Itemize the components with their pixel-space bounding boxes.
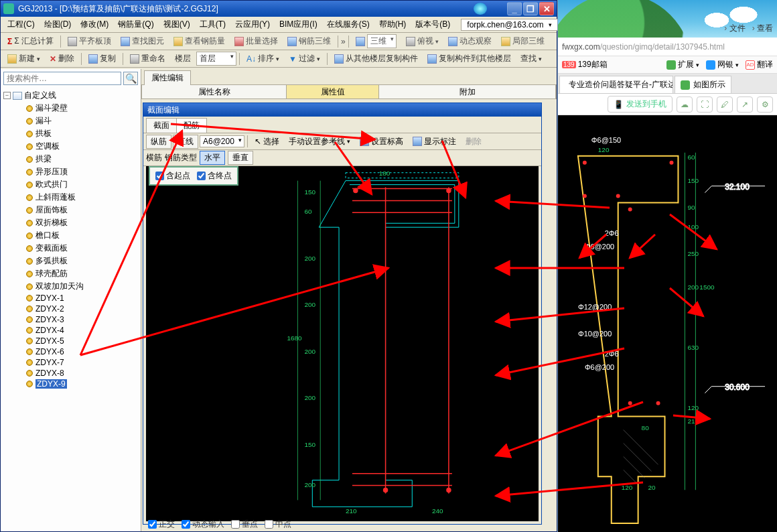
tree-item-4[interactable]: 拱梁 <box>3 153 141 165</box>
dyn-view-button[interactable]: 动态观察 <box>444 35 496 48</box>
filter-button[interactable]: ▼过滤 <box>285 52 324 65</box>
find-element-button[interactable]: 查找图元 <box>117 35 168 48</box>
status-mid[interactable]: 中点 <box>265 519 291 530</box>
tree-item-0[interactable]: 漏斗梁壁 <box>3 102 141 115</box>
tree-item-1[interactable]: 漏斗 <box>3 115 141 127</box>
cloud-save-button[interactable]: ☁ <box>677 96 693 113</box>
tree-item-21[interactable]: ZDYX-7 <box>3 357 141 368</box>
tree-item-5[interactable]: 异形压顶 <box>3 165 141 178</box>
menu-rebar[interactable]: 钢筋量(Q) <box>114 17 157 31</box>
new-button[interactable]: 新建 <box>3 52 44 65</box>
tab-section[interactable]: 截面 <box>146 118 177 133</box>
chk-include-end[interactable]: 含终点 <box>197 170 232 182</box>
rebar-spec-dropdown[interactable]: A6@200 <box>200 135 244 147</box>
component-tree[interactable]: − 自定义线 漏斗梁壁漏斗拱板空调板拱梁异形压顶欧式拱门上斜雨蓬板屋面饰板双折梯… <box>1 88 141 530</box>
menu-view[interactable]: 视图(V) <box>159 17 194 31</box>
tree-root[interactable]: − 自定义线 <box>3 89 141 102</box>
menu-draw[interactable]: 绘图(D) <box>40 17 76 31</box>
tree-item-19[interactable]: ZDYX-5 <box>3 336 141 346</box>
view-rebar-qty-button[interactable]: 查看钢筋量 <box>169 35 229 48</box>
tree-item-10[interactable]: 檐口板 <box>3 229 141 242</box>
horiz-button[interactable]: 水平 <box>200 151 225 165</box>
rebar-3d-button[interactable]: 钢筋三维 <box>283 35 335 48</box>
menu-help[interactable]: 帮助(H) <box>375 17 411 31</box>
floor-dropdown[interactable]: 首层 <box>196 52 236 66</box>
menu-project[interactable]: 工程(C) <box>3 17 39 31</box>
show-elev-button[interactable]: 显示标注 <box>409 135 460 148</box>
section-canvas[interactable]: 150 60 200 200 200 200 150 200 1680 210 … <box>146 166 539 521</box>
menu-online[interactable]: 在线服务(S) <box>323 17 374 31</box>
tree-item-23[interactable]: ZDYX-9 <box>3 379 141 389</box>
view-3d-button[interactable]: 三维 <box>352 34 401 49</box>
send-to-phone-button[interactable]: 📱 发送到手机 <box>608 96 673 113</box>
tree-item-15[interactable]: ZDYX-1 <box>3 293 141 304</box>
tree-search-input[interactable] <box>3 72 121 85</box>
delete-button[interactable]: ✕删除 <box>46 52 78 65</box>
chk-include-start[interactable]: 含起点 <box>155 170 190 182</box>
pick-button[interactable]: ↖选择 <box>251 135 283 148</box>
tree-search-button[interactable]: 🔍 <box>123 72 138 85</box>
browser-tab-0[interactable]: 专业造价问题答疑平台-广联达! × <box>559 76 673 93</box>
tree-item-7[interactable]: 上斜雨蓬板 <box>3 191 141 204</box>
tab-property-edit[interactable]: 属性编辑 <box>144 70 191 85</box>
menu-edit[interactable]: 修改(M) <box>76 17 113 31</box>
browser-menu-view[interactable]: 查看 <box>752 23 773 34</box>
vbar-button[interactable]: 纵筋 <box>146 135 171 149</box>
sec-delete-button[interactable]: 删除 <box>462 135 486 148</box>
maximize-button[interactable]: ❐ <box>523 2 538 15</box>
rename-button[interactable]: 重命名 <box>126 52 169 65</box>
tree-item-16[interactable]: ZDYX-2 <box>3 304 141 314</box>
tree-item-2[interactable]: 拱板 <box>3 127 141 140</box>
set-elev-button[interactable]: 设置标高 <box>356 135 407 148</box>
tree-item-14[interactable]: 双坡加加天沟 <box>3 280 141 293</box>
browser-menu-file[interactable]: 文件 <box>724 23 745 34</box>
search-button[interactable]: 查找 <box>516 52 546 65</box>
status-dyn[interactable]: 动态输入 <box>182 519 224 530</box>
close-button[interactable]: ✕ <box>539 2 554 15</box>
status-ortho[interactable]: 正交 <box>148 519 175 530</box>
settings-button[interactable]: ⚙ <box>757 96 773 113</box>
local-3d-button[interactable]: 局部三维 <box>497 35 549 48</box>
tree-item-18[interactable]: ZDYX-4 <box>3 325 141 336</box>
collapse-icon[interactable]: − <box>3 92 11 99</box>
tab-rebar[interactable]: 配筋 <box>176 118 207 133</box>
bank-button[interactable]: 网银 ▾ <box>706 59 739 70</box>
adblock-button[interactable]: AD翻译 <box>746 59 773 70</box>
refline-button[interactable]: 手动设置参考线 <box>285 135 354 148</box>
tree-item-20[interactable]: ZDYX-6 <box>3 346 141 357</box>
tree-item-22[interactable]: ZDYX-8 <box>3 368 141 379</box>
browser-tab-1[interactable]: 如图所示 <box>675 76 731 93</box>
copy-from-floor-button[interactable]: 从其他楼层复制构件 <box>330 52 422 65</box>
tree-item-8[interactable]: 屋面饰板 <box>3 204 141 216</box>
cloud-sync-icon[interactable] <box>474 3 487 15</box>
vert-button[interactable]: 垂直 <box>228 151 253 165</box>
tree-item-11[interactable]: 变截面板 <box>3 242 141 255</box>
tree-item-3[interactable]: 空调板 <box>3 140 141 153</box>
tree-item-12[interactable]: 多弧拱板 <box>3 255 141 267</box>
top-view-button[interactable]: 俯视 <box>402 35 443 48</box>
tree-item-9[interactable]: 双折梯板 <box>3 216 141 229</box>
sum-button[interactable]: ΣΣ 汇总计算 <box>3 35 58 48</box>
fullscreen-button[interactable]: ⛶ <box>697 96 713 113</box>
status-vert[interactable]: 垂点 <box>231 519 258 530</box>
address-bar[interactable]: fwxgx.com/question/gimq/detail/1307945.h… <box>558 38 777 56</box>
share-button[interactable]: ↗ <box>737 96 753 113</box>
copy-button[interactable]: 复制 <box>84 52 120 65</box>
batch-select-button[interactable]: 批量选择 <box>230 35 282 48</box>
align-slab-button[interactable]: 平齐板顶 <box>64 35 115 48</box>
menu-bim[interactable]: BIM应用(I) <box>275 17 322 31</box>
tree-item-17[interactable]: ZDYX-3 <box>3 314 141 325</box>
copy-to-floor-button[interactable]: 复制构件到其他楼层 <box>423 52 515 65</box>
menu-tools[interactable]: 工具(T) <box>196 17 230 31</box>
account-dropdown[interactable]: forpk.chen@163.com <box>461 19 557 31</box>
menu-cloud[interactable]: 云应用(Y) <box>231 17 274 31</box>
sort-button[interactable]: A↓排序 <box>242 52 283 65</box>
tree-item-6[interactable]: 欧式拱门 <box>3 178 141 191</box>
extensions-button[interactable]: 扩展 ▾ <box>666 59 699 70</box>
tree-item-13[interactable]: 球壳配筋 <box>3 267 141 280</box>
menu-version[interactable]: 版本号(B) <box>411 17 454 31</box>
bookmark-139mail[interactable]: 139 139邮箱 <box>562 59 608 70</box>
minimize-button[interactable]: _ <box>507 2 522 15</box>
note-button[interactable]: 🖊 <box>717 96 733 113</box>
line-button[interactable]: 直线 <box>173 135 198 149</box>
